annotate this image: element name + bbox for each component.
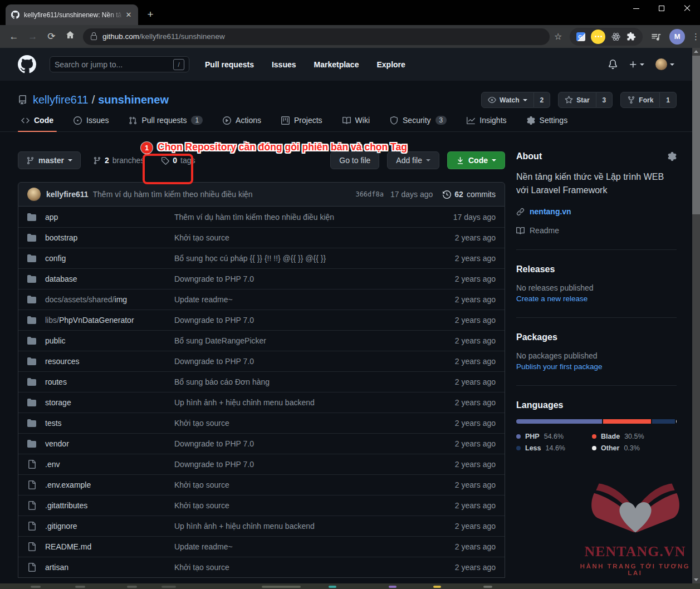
window-minimize-button[interactable] [623, 0, 649, 17]
table-row[interactable]: .env.example Khởi tạo source 2 years ago [18, 474, 505, 495]
file-name[interactable]: README.md [45, 542, 91, 551]
file-commit-message[interactable]: Khởi tạo source [174, 233, 434, 242]
file-commit-message[interactable]: Khởi tạo source [174, 563, 434, 572]
back-icon[interactable]: ← [4, 31, 23, 42]
commit-author[interactable]: kellyfire611 [46, 190, 89, 199]
tab-settings[interactable]: Settings [519, 116, 576, 131]
file-name[interactable]: storage [45, 398, 71, 407]
file-name[interactable]: app [45, 213, 58, 222]
window-maximize-button[interactable] [649, 0, 674, 17]
releases-title[interactable]: Releases [516, 264, 677, 274]
file-commit-message[interactable]: Downgrade to PHP 7.0 [174, 316, 434, 325]
file-name[interactable]: config [45, 254, 66, 263]
file-commit-message[interactable]: Downgrade to PHP 7.0 [174, 460, 434, 469]
table-row[interactable]: .gitattributes Khởi tạo source 2 years a… [18, 495, 505, 516]
user-menu[interactable] [655, 58, 674, 70]
publish-package-link[interactable]: Publish your first package [516, 362, 677, 371]
branches-link[interactable]: 2 branches [93, 156, 144, 165]
file-commit-message[interactable]: Up hình ảnh + hiệu chỉnh menu backend [174, 398, 434, 407]
search-input[interactable] [55, 60, 173, 69]
file-name[interactable]: .gitattributes [45, 501, 87, 510]
table-row[interactable]: .env Downgrade to PHP 7.0 2 years ago [18, 454, 505, 474]
add-file-button[interactable]: Add file [387, 151, 439, 169]
tab-security[interactable]: Security 3 [382, 116, 454, 131]
new-tab-button[interactable]: + [144, 8, 157, 22]
star-count[interactable]: 3 [596, 92, 613, 108]
file-name[interactable]: tests [45, 419, 62, 428]
nav-issues[interactable]: Issues [272, 60, 296, 69]
extensions-puzzle-icon[interactable] [626, 32, 636, 41]
readme-link[interactable]: Readme [530, 226, 559, 235]
tab-projects[interactable]: Projects [273, 116, 330, 131]
browser-tab[interactable]: kellyfire611/sunshinenew: Nền tả ✕ [6, 4, 138, 25]
gear-icon[interactable] [668, 152, 677, 161]
file-commit-message[interactable]: Khởi tạo source [174, 501, 434, 510]
reload-icon[interactable]: ⟳ [42, 31, 61, 42]
tab-code[interactable]: Code [13, 116, 61, 131]
watch-count[interactable]: 2 [534, 92, 551, 108]
commits-history-link[interactable]: 62 commits [443, 190, 496, 199]
branch-selector[interactable]: master [18, 151, 81, 169]
tab-pull-requests[interactable]: Pull requests 1 [121, 116, 211, 131]
file-name[interactable]: bootstrap [45, 233, 77, 242]
file-name[interactable]: artisan [45, 563, 68, 572]
yellow-dots-extension-icon[interactable] [591, 30, 605, 44]
file-commit-message[interactable]: Bổ sung học cú pháp {{ }} {!! !!} @{{ }}… [174, 254, 434, 263]
notifications-bell-icon[interactable] [608, 60, 618, 69]
commit-sha[interactable]: 366df8a [355, 190, 384, 198]
file-name[interactable]: PhpVnDataGenerator [59, 316, 134, 325]
latest-commit-bar[interactable]: kellyfire611 Thêm ví dụ hàm tìm kiếm the… [18, 182, 505, 207]
window-close-button[interactable] [674, 0, 700, 17]
table-row[interactable]: libs/PhpVnDataGenerator Downgrade to PHP… [18, 310, 505, 330]
scrollbar-thumb[interactable] [692, 56, 700, 214]
page-scrollbar[interactable] [692, 48, 700, 583]
file-commit-message[interactable]: Khởi tạo source [174, 419, 434, 428]
table-row[interactable]: resources Downgrade to PHP 7.0 2 years a… [18, 351, 505, 371]
repo-name-link[interactable]: sunshinenew [98, 94, 169, 106]
star-button[interactable]: Star [558, 92, 596, 108]
website-link[interactable]: nentang.vn [530, 207, 571, 216]
tab-insights[interactable]: Insights [459, 116, 514, 131]
table-row[interactable]: storage Up hình ảnh + hiệu chỉnh menu ba… [18, 392, 505, 413]
file-commit-message[interactable]: Khởi tạo source [174, 480, 434, 489]
table-row[interactable]: public Bổ sung DateRangePicker 2 years a… [18, 330, 505, 351]
create-new-button[interactable] [629, 60, 644, 69]
tab-close-icon[interactable]: ✕ [124, 10, 134, 20]
watch-button[interactable]: Watch [481, 92, 534, 108]
nav-marketplace[interactable]: Marketplace [314, 60, 359, 69]
language-legend-item[interactable]: PHP 54.6% [516, 433, 590, 440]
table-row[interactable]: vendor Downgrade to PHP 7.0 2 years ago [18, 433, 505, 454]
media-queue-icon[interactable] [650, 31, 662, 42]
table-row[interactable]: artisan Khởi tạo source 2 years ago [18, 557, 505, 577]
forward-icon[interactable]: → [23, 31, 42, 42]
language-legend-item[interactable]: Blade 30.5% [592, 433, 677, 440]
table-row[interactable]: app Thêm ví dụ hàm tìm kiếm theo nhiều đ… [18, 207, 505, 227]
language-legend-item[interactable]: Less 14.6% [516, 444, 590, 452]
table-row[interactable]: database Downgrade to PHP 7.0 2 years ag… [18, 268, 505, 289]
file-name[interactable]: .gitignore [45, 522, 77, 531]
go-to-file-button[interactable]: Go to file [330, 151, 379, 169]
scroll-up-icon[interactable] [694, 50, 698, 53]
file-commit-message[interactable]: Bổ sung báo cáo Đơn hàng [174, 377, 434, 386]
table-row[interactable]: .gitignore Up hình ảnh + hiệu chỉnh menu… [18, 516, 505, 536]
table-row[interactable]: tests Khởi tạo source 2 years ago [18, 413, 505, 433]
home-icon[interactable] [61, 31, 80, 42]
file-commit-message[interactable]: Up hình ảnh + hiệu chỉnh menu backend [174, 522, 434, 531]
create-release-link[interactable]: Create a new release [516, 294, 677, 303]
table-row[interactable]: routes Bổ sung báo cáo Đơn hàng 2 years … [18, 371, 505, 392]
bookmark-star-icon[interactable]: ☆ [554, 31, 562, 42]
language-legend-item[interactable]: Other 0.3% [592, 444, 677, 452]
table-row[interactable]: docs/assets/shared/img Update readme~ 2 … [18, 289, 505, 310]
nav-explore[interactable]: Explore [376, 60, 405, 69]
file-name[interactable]: .env [45, 460, 60, 469]
file-name[interactable]: resources [45, 357, 79, 366]
browser-profile-avatar[interactable]: M [669, 29, 685, 45]
file-name[interactable]: img [115, 295, 128, 304]
table-row[interactable]: bootstrap Khởi tạo source 2 years ago [18, 227, 505, 248]
fork-count[interactable]: 1 [660, 92, 677, 108]
table-row[interactable]: config Bổ sung học cú pháp {{ }} {!! !!}… [18, 248, 505, 268]
file-commit-message[interactable]: Update readme~ [174, 542, 434, 551]
scroll-down-icon[interactable] [694, 578, 698, 581]
tab-issues[interactable]: Issues [66, 116, 116, 131]
nav-pull-requests[interactable]: Pull requests [205, 60, 254, 69]
